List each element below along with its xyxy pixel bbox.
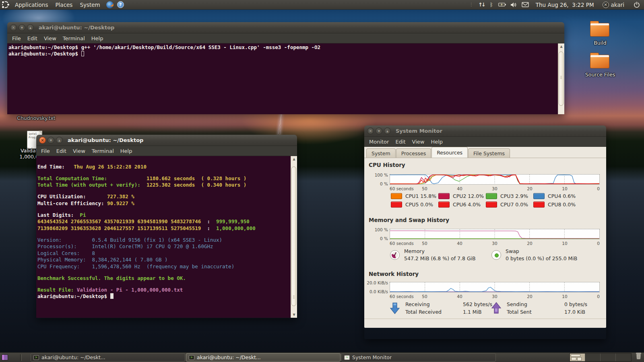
menu-item-view[interactable]: View xyxy=(409,138,428,146)
menu-system[interactable]: System xyxy=(76,0,103,9)
taskbar-button-system-monitor[interactable]: ~System Monitor xyxy=(341,353,496,362)
workspace-4[interactable] xyxy=(616,354,631,361)
system-monitor-icon: ~ xyxy=(344,355,350,360)
show-desktop-icon[interactable] xyxy=(2,354,8,360)
terminal2-content[interactable]: End Time: Thu Aug 26 15:22:28 2010Total … xyxy=(36,156,297,318)
x-axis-label: 60 seconds xyxy=(390,241,414,246)
bluetooth-icon[interactable]: ᛒ xyxy=(490,2,493,8)
scroll-up-icon[interactable]: ▲ xyxy=(291,156,297,162)
terminal-text-segment: End Time: xyxy=(37,164,74,170)
legend-item-cpu4[interactable]: CPU4 0.6% xyxy=(533,193,581,199)
legend-item-cpu6[interactable]: CPU6 4.0% xyxy=(438,202,486,208)
menu-item-file[interactable]: File xyxy=(9,34,24,43)
menu-item-view[interactable]: View xyxy=(41,34,60,43)
terminal2-titlebar[interactable]: × ▾ ▴ akari@ubuntu: ~/Desktop xyxy=(36,135,297,146)
tray-grip[interactable]: ⋮ xyxy=(469,2,473,7)
terminal1-content[interactable]: akari@ubuntu:~/Desktop$ g++ '/home/akari… xyxy=(7,43,564,114)
minimize-icon[interactable]: ▾ xyxy=(376,128,382,134)
close-icon[interactable]: × xyxy=(10,24,17,31)
tab-file-systems[interactable]: File Systems xyxy=(468,148,510,158)
ubuntu-logo-icon[interactable] xyxy=(2,1,9,8)
tab-resources[interactable]: Resources xyxy=(431,147,468,158)
terminal-text-segment: Benchmark Successful. The digits appear … xyxy=(37,275,186,281)
legend-item-cpu3[interactable]: CPU3 2.9% xyxy=(486,193,533,199)
legend-label: CPU6 4.0% xyxy=(453,202,481,208)
terminal-cursor xyxy=(81,51,84,56)
desktop-label-build[interactable]: Build xyxy=(580,40,620,46)
menu-item-help[interactable]: Help xyxy=(88,34,107,43)
maximize-icon[interactable]: ▴ xyxy=(56,137,63,144)
terminal-text-segment: Total Computation Time: xyxy=(37,175,147,181)
folder-icon-build[interactable] xyxy=(590,23,609,37)
menu-applications[interactable]: Applications xyxy=(11,0,52,9)
trash-icon[interactable] xyxy=(635,352,642,361)
menu-places[interactable]: Places xyxy=(52,0,76,9)
firefox-icon[interactable] xyxy=(106,1,114,8)
scrollbar-thumb[interactable] xyxy=(559,51,564,106)
workspace-2[interactable] xyxy=(585,354,601,361)
minimize-icon[interactable]: ▾ xyxy=(47,137,54,144)
mail-icon[interactable] xyxy=(522,2,529,7)
terminal-line: 6434543524 2766553567 4357021939 6394581… xyxy=(37,218,290,225)
network-y-min: 0.0 KiB/s xyxy=(369,289,388,294)
tab-system[interactable]: System xyxy=(366,148,396,158)
power-button[interactable] xyxy=(634,2,640,8)
scrollbar-thumb[interactable] xyxy=(291,167,296,306)
workspace-3[interactable] xyxy=(601,354,616,361)
x-axis-label: 40 xyxy=(457,294,462,299)
desktop-label-chudnovsky[interactable]: Chudnovsky.txt xyxy=(8,115,64,121)
network-indicator-icon[interactable]: ↑↓ xyxy=(478,2,485,8)
taskbar-button-label: akari@ubuntu: ~/Deskt... xyxy=(197,354,261,360)
menu-item-file[interactable]: File xyxy=(38,147,53,155)
terminal2-scrollbar[interactable]: ▲ ▼ xyxy=(291,156,297,318)
legend-item-cpu5[interactable]: CPU5 0.0% xyxy=(391,202,438,208)
close-icon[interactable]: × xyxy=(367,128,374,134)
legend-item-cpu8[interactable]: CPU8 0.0% xyxy=(533,202,581,208)
x-axis-label: 10 xyxy=(562,186,567,191)
menu-item-edit[interactable]: Edit xyxy=(392,138,409,146)
menu-item-monitor[interactable]: Monitor xyxy=(366,138,392,146)
menu-item-view[interactable]: View xyxy=(70,147,89,155)
x-axis-label: 10 xyxy=(562,294,567,299)
legend-item-cpu7[interactable]: CPU7 0.0% xyxy=(486,202,533,208)
maximize-icon[interactable]: ▴ xyxy=(27,24,34,31)
scroll-down-icon[interactable]: ▼ xyxy=(291,312,297,317)
taskbar-button-akari-ubuntu-deskt-[interactable]: >akari@ubuntu: ~/Deskt... xyxy=(186,353,341,362)
legend-item-cpu2[interactable]: CPU2 12.0% xyxy=(438,193,486,199)
task-buttons: >akari@ubuntu: ~/Deskt...>akari@ubuntu: … xyxy=(31,353,496,362)
menu-item-help[interactable]: Help xyxy=(427,138,446,146)
legend-item-cpu1[interactable]: CPU1 15.8% xyxy=(391,193,438,199)
taskbar-button-akari-ubuntu-deskt-[interactable]: >akari@ubuntu: ~/Deskt... xyxy=(31,353,185,362)
legend-label: CPU7 0.0% xyxy=(500,202,528,208)
x-axis-label: 40 xyxy=(457,186,462,191)
terminal-icon: > xyxy=(189,355,194,360)
terminal1-scrollbar[interactable]: ▲ xyxy=(558,43,564,114)
tab-processes[interactable]: Processes xyxy=(396,148,431,158)
volume-icon[interactable] xyxy=(510,2,516,8)
menu-item-terminal[interactable]: Terminal xyxy=(89,147,117,155)
cpu-y-max: 100 % xyxy=(375,173,388,177)
folder-icon-source-files[interactable] xyxy=(590,55,609,68)
memory-y-max: 100 % xyxy=(375,227,388,232)
scroll-up-icon[interactable]: ▲ xyxy=(558,44,564,49)
menu-item-edit[interactable]: Edit xyxy=(53,147,70,155)
clock[interactable]: Thu Aug 26, 3:22 PM xyxy=(536,2,594,8)
minimize-icon[interactable]: ▾ xyxy=(19,24,25,31)
close-icon[interactable]: × xyxy=(39,137,46,144)
workspace-1[interactable] xyxy=(570,354,585,361)
desktop-label-source-files[interactable]: Source Files xyxy=(574,72,626,78)
maximize-icon[interactable]: ▴ xyxy=(384,128,391,134)
battery-icon[interactable] xyxy=(498,3,505,6)
taskbar-handle[interactable] xyxy=(20,354,22,361)
help-icon[interactable]: ? xyxy=(117,1,124,8)
user-name: akari xyxy=(611,2,624,8)
user-menu[interactable]: × akari xyxy=(603,2,624,8)
system-monitor-titlebar[interactable]: × ▾ ▴ System Monitor xyxy=(364,125,606,137)
terminal-text-segment: : xyxy=(201,218,216,224)
terminal1-titlebar[interactable]: × ▾ ▴ akari@ubuntu: ~/Desktop xyxy=(7,22,564,33)
terminal-line xyxy=(37,270,290,275)
menu-item-help[interactable]: Help xyxy=(117,147,136,155)
menu-item-terminal[interactable]: Terminal xyxy=(60,34,88,43)
menu-item-edit[interactable]: Edit xyxy=(24,34,41,43)
terminal-line: Processor(s): Intel(R) Core(TM) i7 CPU Q… xyxy=(37,243,290,250)
